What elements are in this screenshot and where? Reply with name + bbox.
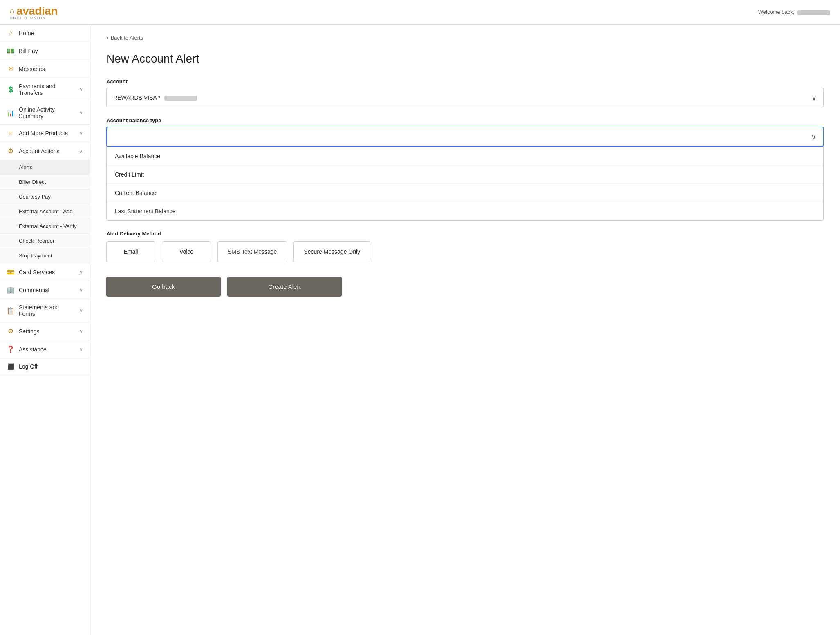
account-field-label: Account — [106, 78, 824, 85]
sidebar-item-label: Account Actions — [19, 148, 75, 154]
back-chevron-icon: ‹ — [106, 34, 108, 41]
sidebar-item-assistance[interactable]: ❓ Assistance ∨ — [0, 340, 90, 358]
chevron-down-icon: ∨ — [79, 269, 83, 275]
sidebar-item-messages[interactable]: ✉ Messages — [0, 60, 90, 78]
sub-item-label: External Account - Add — [19, 208, 73, 215]
delivery-btn-sms[interactable]: SMS Text Message — [217, 241, 287, 262]
header: ⌂ avadian CREDIT UNION Welcome back, — [0, 0, 840, 25]
logo-sub: CREDIT UNION — [10, 16, 46, 20]
sub-item-label: Stop Payment — [19, 253, 52, 259]
sidebar-item-home[interactable]: ⌂ Home — [0, 25, 90, 42]
welcome-message: Welcome back, — [758, 9, 830, 15]
sidebar-item-log-off[interactable]: ⬛ Log Off — [0, 358, 90, 375]
balance-type-field-group: Account balance type ∨ Available Balance… — [106, 117, 824, 221]
chevron-down-icon: ∨ — [79, 329, 83, 334]
sidebar-sub-item-external-account-verify[interactable]: External Account - Verify — [0, 219, 90, 234]
sidebar-item-account-actions[interactable]: ⚙ Account Actions ∧ — [0, 142, 90, 160]
balance-type-display: ∨ — [107, 127, 823, 146]
sidebar-item-payments-transfers[interactable]: 💲 Payments and Transfers ∨ — [0, 78, 90, 101]
home-icon: ⌂ — [7, 29, 15, 37]
sidebar-item-online-activity[interactable]: 📊 Online Activity Summary ∨ — [0, 101, 90, 125]
sidebar-item-label: Log Off — [19, 363, 83, 370]
sub-item-label: Check Reorder — [19, 238, 54, 244]
sidebar-sub-item-check-reorder[interactable]: Check Reorder — [0, 234, 90, 248]
main-content: ‹ Back to Alerts New Account Alert Accou… — [90, 25, 840, 635]
create-alert-button[interactable]: Create Alert — [227, 277, 342, 297]
action-buttons: Go back Create Alert — [106, 277, 824, 297]
settings-icon: ⚙ — [7, 327, 15, 335]
go-back-button[interactable]: Go back — [106, 277, 221, 297]
delivery-btn-voice[interactable]: Voice — [162, 241, 211, 262]
payments-icon: 💲 — [7, 86, 15, 93]
commercial-icon: 🏢 — [7, 286, 15, 294]
option-credit-limit[interactable]: Credit Limit — [107, 165, 823, 184]
sidebar-sub-item-alerts[interactable]: Alerts — [0, 160, 90, 175]
account-chevron-icon: ∨ — [811, 93, 817, 102]
sub-item-label: Alerts — [19, 164, 32, 170]
account-value: REWARDS VISA * — [113, 94, 160, 101]
sidebar-item-label: Statements and Forms — [19, 304, 75, 317]
delivery-btn-email[interactable]: Email — [106, 241, 155, 262]
delivery-method-group: Alert Delivery Method Email Voice SMS Te… — [106, 230, 824, 262]
option-last-statement-balance[interactable]: Last Statement Balance — [107, 202, 823, 220]
option-current-balance[interactable]: Current Balance — [107, 184, 823, 202]
back-link[interactable]: ‹ Back to Alerts — [106, 34, 824, 41]
add-products-icon: ≡ — [7, 130, 15, 137]
sidebar-item-label: Home — [19, 30, 83, 36]
delivery-btn-secure-message[interactable]: Secure Message Only — [293, 241, 370, 262]
activity-icon: 📊 — [7, 109, 15, 117]
sidebar-item-label: Bill Pay — [19, 48, 83, 54]
sidebar-sub-item-external-account-add[interactable]: External Account - Add — [0, 204, 90, 219]
sub-item-label: Courtesy Pay — [19, 194, 51, 200]
sub-item-label: Biller Direct — [19, 179, 46, 185]
app-body: ⌂ Home 💵 Bill Pay ✉ Messages 💲 Payments … — [0, 25, 840, 635]
sidebar-sub-item-courtesy-pay[interactable]: Courtesy Pay — [0, 190, 90, 204]
account-select[interactable]: REWARDS VISA * ∨ — [106, 88, 824, 107]
assistance-icon: ❓ — [7, 345, 15, 353]
balance-type-label: Account balance type — [106, 117, 824, 123]
chevron-up-icon: ∧ — [79, 148, 83, 154]
delivery-buttons: Email Voice SMS Text Message Secure Mess… — [106, 241, 824, 262]
sidebar-sub-item-stop-payment[interactable]: Stop Payment — [0, 248, 90, 263]
chevron-down-icon: ∨ — [79, 87, 83, 92]
sidebar-item-label: Card Services — [19, 269, 75, 275]
card-services-icon: 💳 — [7, 268, 15, 276]
sidebar-item-label: Add More Products — [19, 130, 75, 136]
chevron-down-icon: ∨ — [79, 130, 83, 136]
bill-pay-icon: 💵 — [7, 47, 15, 55]
sidebar-item-label: Payments and Transfers — [19, 83, 75, 96]
sidebar-item-label: Messages — [19, 66, 83, 72]
sub-item-label: External Account - Verify — [19, 223, 77, 229]
option-available-balance[interactable]: Available Balance — [107, 147, 823, 165]
sidebar-item-settings[interactable]: ⚙ Settings ∨ — [0, 322, 90, 340]
account-select-display: REWARDS VISA * ∨ — [107, 88, 823, 107]
messages-icon: ✉ — [7, 65, 15, 73]
chevron-down-icon: ∨ — [79, 110, 83, 116]
sidebar-item-label: Commercial — [19, 287, 75, 293]
account-field-group: Account REWARDS VISA * ∨ — [106, 78, 824, 107]
chevron-down-icon: ∨ — [79, 347, 83, 352]
username-blur — [797, 10, 830, 15]
logo-house-icon: ⌂ — [10, 6, 15, 16]
sidebar-item-card-services[interactable]: 💳 Card Services ∨ — [0, 263, 90, 281]
balance-type-chevron-icon: ∨ — [811, 132, 816, 141]
sidebar-item-label: Online Activity Summary — [19, 106, 75, 119]
account-number-blur — [164, 96, 197, 101]
sidebar-item-statements-forms[interactable]: 📋 Statements and Forms ∨ — [0, 299, 90, 322]
sidebar-item-add-more-products[interactable]: ≡ Add More Products ∨ — [0, 125, 90, 142]
logo: ⌂ avadian CREDIT UNION — [10, 4, 58, 20]
sidebar-item-bill-pay[interactable]: 💵 Bill Pay — [0, 42, 90, 60]
back-link-text: Back to Alerts — [111, 35, 143, 41]
delivery-method-label: Alert Delivery Method — [106, 230, 824, 237]
sidebar-item-label: Settings — [19, 328, 75, 335]
sidebar-sub-item-biller-direct[interactable]: Biller Direct — [0, 175, 90, 190]
chevron-down-icon: ∨ — [79, 287, 83, 293]
chevron-down-icon: ∨ — [79, 308, 83, 313]
balance-type-dropdown: Available Balance Credit Limit Current B… — [106, 147, 824, 221]
account-actions-icon: ⚙ — [7, 147, 15, 155]
statements-icon: 📋 — [7, 307, 15, 315]
sidebar-item-commercial[interactable]: 🏢 Commercial ∨ — [0, 281, 90, 299]
sidebar: ⌂ Home 💵 Bill Pay ✉ Messages 💲 Payments … — [0, 25, 90, 635]
balance-type-select[interactable]: ∨ — [106, 127, 824, 147]
log-off-icon: ⬛ — [7, 363, 15, 370]
